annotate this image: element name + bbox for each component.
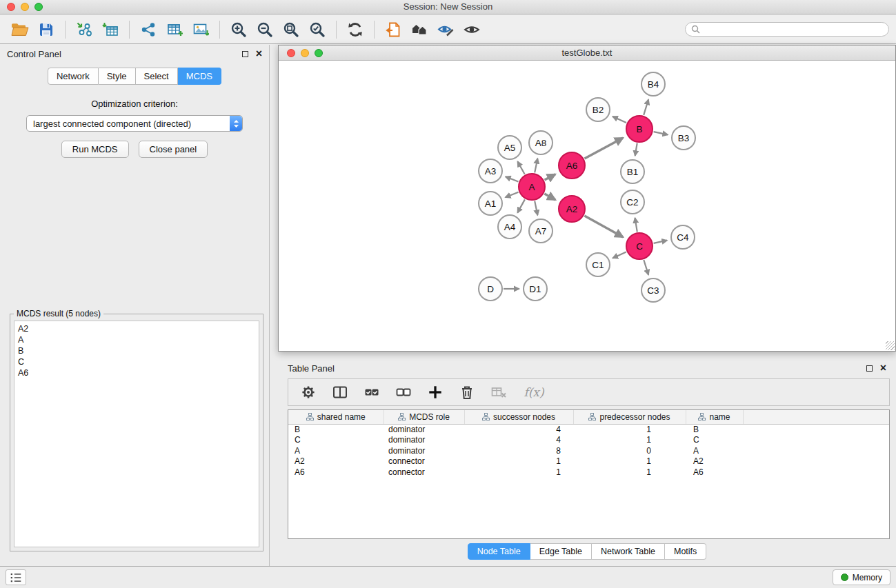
create-column-button[interactable] — [425, 381, 446, 404]
mcds-result-list[interactable]: A2ABCA6 — [14, 321, 259, 547]
select-all-columns-button[interactable] — [361, 381, 382, 404]
float-panel-icon[interactable] — [242, 51, 248, 57]
graph-node-D1[interactable]: D1 — [524, 277, 547, 301]
open-recent-file-button[interactable] — [380, 18, 406, 41]
tab-select[interactable]: Select — [136, 68, 178, 85]
graph-node-A[interactable]: A — [519, 174, 545, 200]
save-session-button[interactable] — [33, 18, 59, 41]
table-settings-button[interactable] — [298, 381, 319, 404]
graph-node-A6[interactable]: A6 — [559, 152, 585, 179]
table-row[interactable]: Cdominator41C — [288, 435, 889, 446]
tab-style[interactable]: Style — [99, 68, 136, 85]
tab-edge-table[interactable]: Edge Table — [530, 543, 592, 560]
import-network-button[interactable] — [71, 18, 97, 41]
show-columns-button[interactable] — [330, 381, 350, 404]
graph-edge-A-A6[interactable] — [545, 174, 556, 180]
tab-node-table[interactable]: Node Table — [468, 543, 530, 560]
graph-edge-C-C1[interactable] — [613, 252, 626, 258]
zoom-in-button[interactable] — [226, 18, 252, 41]
graph-edge-A2-C[interactable] — [584, 216, 623, 237]
mcds-result-item[interactable]: A2 — [18, 323, 255, 334]
table-row[interactable]: A6connector11A6 — [288, 467, 889, 478]
graph-node-A1[interactable]: A1 — [479, 192, 502, 215]
zoom-selected-button[interactable] — [304, 18, 330, 41]
graph-edge-A-A8[interactable] — [535, 159, 537, 173]
graph-edge-A-A1[interactable] — [506, 192, 519, 198]
close-window-button[interactable] — [7, 3, 15, 11]
graph-edge-B-B3[interactable] — [654, 132, 668, 134]
graph-node-A7[interactable]: A7 — [529, 219, 552, 243]
search-input[interactable] — [704, 25, 883, 34]
graph-node-A3[interactable]: A3 — [479, 159, 502, 183]
tab-motifs[interactable]: Motifs — [665, 543, 706, 560]
column-header-name[interactable]: name — [686, 410, 743, 424]
graph-node-C1[interactable]: C1 — [586, 253, 610, 276]
graph-node-A4[interactable]: A4 — [498, 215, 521, 239]
task-history-button[interactable] — [6, 569, 26, 585]
new-network-button[interactable] — [135, 18, 161, 41]
table-row[interactable]: Adominator80A — [288, 446, 889, 457]
column-header-MCDS-role[interactable]: MCDS role — [384, 410, 464, 424]
mcds-result-item[interactable]: B — [18, 345, 255, 356]
close-panel-button[interactable]: Close panel — [139, 141, 208, 158]
graph-edge-A6-B[interactable] — [585, 138, 624, 159]
graph-edge-B-B2[interactable] — [613, 116, 626, 123]
close-table-panel-icon[interactable]: × — [880, 365, 886, 372]
graph-node-B3[interactable]: B3 — [672, 126, 695, 150]
graph-node-A8[interactable]: A8 — [529, 131, 552, 154]
graph-node-A5[interactable]: A5 — [498, 136, 521, 159]
network-graph[interactable]: AA1A2A3A4A5A6A7A8BB1B2B3B4CC1C2C3C4DD1 — [279, 61, 895, 350]
close-network-window-button[interactable] — [287, 49, 295, 57]
graph-edge-A-A3[interactable] — [506, 176, 519, 181]
mcds-result-item[interactable]: A6 — [18, 367, 255, 378]
delete-table-button[interactable] — [488, 381, 509, 404]
column-header-shared-name[interactable]: shared name — [288, 410, 384, 424]
search-field[interactable] — [685, 22, 889, 37]
deselect-all-columns-button[interactable] — [393, 381, 414, 404]
zoom-out-button[interactable] — [252, 18, 278, 41]
column-header-successor-nodes[interactable]: successor nodes — [464, 410, 573, 424]
zoom-network-window-button[interactable] — [315, 49, 323, 57]
table-row[interactable]: Bdominator41B — [288, 424, 889, 435]
show-graphics-details-button[interactable] — [459, 18, 485, 41]
close-panel-icon[interactable]: × — [256, 50, 262, 57]
graph-node-C2[interactable]: C2 — [621, 190, 644, 214]
graph-edge-B-B1[interactable] — [635, 143, 637, 156]
graph-edge-A-A4[interactable] — [517, 199, 525, 212]
import-table-button[interactable] — [97, 18, 123, 41]
graph-edge-A-A5[interactable] — [517, 161, 524, 174]
optimization-criterion-select[interactable]: largest connected component (directed) — [26, 115, 243, 132]
column-header-predecessor-nodes[interactable]: predecessor nodes — [573, 410, 686, 424]
graph-edge-C-C2[interactable] — [635, 218, 637, 232]
tab-network-table[interactable]: Network Table — [592, 543, 665, 560]
export-image-button[interactable] — [188, 18, 214, 41]
graph-node-C4[interactable]: C4 — [671, 225, 695, 249]
graph-node-C[interactable]: C — [626, 233, 653, 259]
resize-grip[interactable] — [886, 341, 895, 350]
graph-edge-C-C4[interactable] — [654, 241, 668, 243]
refresh-network-button[interactable] — [342, 18, 368, 41]
graph-edge-A-A7[interactable] — [535, 201, 537, 216]
mcds-result-item[interactable]: A — [18, 334, 255, 345]
graph-node-C3[interactable]: C3 — [641, 278, 665, 302]
graph-edge-B-B4[interactable] — [644, 99, 648, 115]
minimize-window-button[interactable] — [21, 3, 29, 11]
graph-node-A2[interactable]: A2 — [559, 196, 585, 222]
graph-node-B[interactable]: B — [626, 116, 653, 142]
tab-mcds[interactable]: MCDS — [178, 68, 221, 85]
graph-edge-A-A2[interactable] — [544, 194, 555, 200]
zoom-fit-button[interactable] — [278, 18, 304, 41]
float-table-panel-icon[interactable] — [866, 365, 873, 372]
network-window-titlebar[interactable]: testGlobe.txt — [279, 45, 895, 61]
mcds-result-item[interactable]: C — [18, 356, 255, 367]
function-builder-button[interactable]: f(x) — [520, 381, 548, 404]
new-table-button[interactable] — [161, 18, 188, 41]
graph-node-B2[interactable]: B2 — [586, 98, 610, 121]
table-row[interactable]: A2connector11A2 — [288, 456, 889, 467]
memory-button[interactable]: Memory — [833, 569, 890, 585]
zoom-window-button[interactable] — [34, 3, 43, 11]
run-mcds-button[interactable]: Run MCDS — [61, 141, 129, 158]
open-session-button[interactable] — [7, 18, 33, 41]
tab-network[interactable]: Network — [48, 68, 99, 85]
graph-node-B4[interactable]: B4 — [641, 72, 665, 96]
